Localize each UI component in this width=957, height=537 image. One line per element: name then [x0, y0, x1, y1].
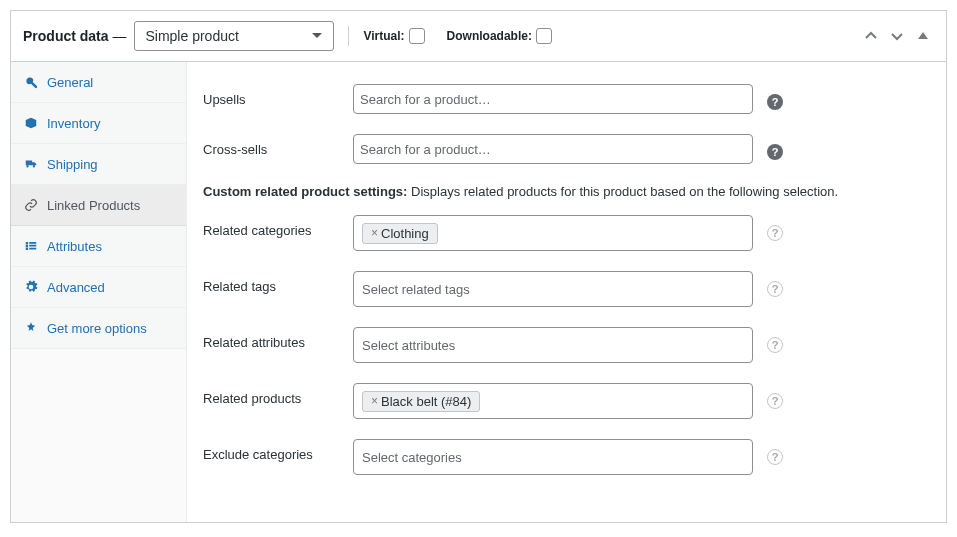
crosssells-input[interactable]: Search for a product… [353, 134, 753, 164]
list-icon [23, 238, 39, 254]
tab-content: Upsells Search for a product… ? Cross-se… [187, 62, 946, 522]
related-tags-input[interactable]: Select related tags [353, 271, 753, 307]
tab-advanced[interactable]: Advanced [11, 267, 186, 308]
related-products-input[interactable]: ×Black belt (#84) [353, 383, 753, 419]
placeholder: Select categories [362, 450, 462, 465]
remove-tag-icon[interactable]: × [371, 226, 378, 240]
tab-linked-products[interactable]: Linked Products [11, 185, 186, 226]
downloadable-label-wrap[interactable]: Downloadable: [447, 28, 552, 44]
custom-heading-bold: Custom related product settings: [203, 184, 407, 199]
upsells-input[interactable]: Search for a product… [353, 84, 753, 114]
box-icon [23, 115, 39, 131]
title-dash: — [109, 28, 127, 44]
related-categories-input[interactable]: ×Clothing [353, 215, 753, 251]
title-prefix: Product data [23, 28, 109, 44]
tab-label: Advanced [47, 280, 105, 295]
tab-shipping[interactable]: Shipping [11, 144, 186, 185]
crosssells-row: Cross-sells Search for a product… ? [203, 134, 930, 164]
upsells-row: Upsells Search for a product… ? [203, 84, 930, 114]
help-icon[interactable]: ? [767, 449, 783, 465]
placeholder: Search for a product… [360, 92, 491, 107]
move-down-icon[interactable] [886, 27, 908, 45]
placeholder: Select attributes [362, 338, 455, 353]
exclude-categories-row: Exclude categories Select categories ? [203, 439, 930, 475]
tab-attributes[interactable]: Attributes [11, 226, 186, 267]
related-categories-row: Related categories ×Clothing ? [203, 215, 930, 251]
tab-label: Get more options [47, 321, 147, 336]
placeholder: Select related tags [362, 282, 470, 297]
product-data-panel: Product data — Simple product Virtual: D… [10, 10, 947, 523]
help-icon[interactable]: ? [767, 144, 783, 160]
related-tags-label: Related tags [203, 271, 353, 294]
tab-general[interactable]: General [11, 62, 186, 103]
virtual-label: Virtual: [363, 29, 404, 43]
custom-heading-text: Displays related products for this produ… [407, 184, 838, 199]
help-icon[interactable]: ? [767, 281, 783, 297]
related-attributes-input[interactable]: Select attributes [353, 327, 753, 363]
collapse-icon[interactable] [912, 27, 934, 45]
placeholder: Search for a product… [360, 142, 491, 157]
truck-icon [23, 156, 39, 172]
tag-clothing[interactable]: ×Clothing [362, 223, 438, 244]
tab-inventory[interactable]: Inventory [11, 103, 186, 144]
tab-get-more-options[interactable]: Get more options [11, 308, 186, 349]
related-tags-row: Related tags Select related tags ? [203, 271, 930, 307]
exclude-categories-label: Exclude categories [203, 439, 353, 462]
custom-heading: Custom related product settings: Display… [203, 184, 930, 199]
help-icon[interactable]: ? [767, 393, 783, 409]
help-icon[interactable]: ? [767, 94, 783, 110]
addon-icon [23, 320, 39, 336]
related-products-row: Related products ×Black belt (#84) ? [203, 383, 930, 419]
tab-label: Linked Products [47, 198, 140, 213]
virtual-label-wrap[interactable]: Virtual: [363, 28, 424, 44]
separator [348, 26, 349, 46]
related-attributes-row: Related attributes Select attributes ? [203, 327, 930, 363]
help-icon[interactable]: ? [767, 225, 783, 241]
remove-tag-icon[interactable]: × [371, 394, 378, 408]
related-attributes-label: Related attributes [203, 327, 353, 350]
gear-icon [23, 279, 39, 295]
help-icon[interactable]: ? [767, 337, 783, 353]
related-categories-label: Related categories [203, 215, 353, 238]
link-icon [23, 197, 39, 213]
move-up-icon[interactable] [860, 27, 882, 45]
downloadable-checkbox[interactable] [536, 28, 552, 44]
crosssells-label: Cross-sells [203, 134, 353, 157]
upsells-label: Upsells [203, 84, 353, 107]
wrench-icon [23, 74, 39, 90]
tab-label: Shipping [47, 157, 98, 172]
tabs-sidebar: General Inventory Shipping Linked Produc… [11, 62, 187, 522]
exclude-categories-input[interactable]: Select categories [353, 439, 753, 475]
related-products-label: Related products [203, 383, 353, 406]
tab-label: Inventory [47, 116, 100, 131]
downloadable-label: Downloadable: [447, 29, 532, 43]
product-type-select[interactable]: Simple product [134, 21, 334, 51]
tag-black-belt[interactable]: ×Black belt (#84) [362, 391, 480, 412]
panel-body: General Inventory Shipping Linked Produc… [11, 62, 946, 522]
tab-label: Attributes [47, 239, 102, 254]
tab-label: General [47, 75, 93, 90]
panel-header: Product data — Simple product Virtual: D… [11, 11, 946, 62]
panel-title: Product data — [23, 28, 126, 44]
virtual-checkbox[interactable] [409, 28, 425, 44]
